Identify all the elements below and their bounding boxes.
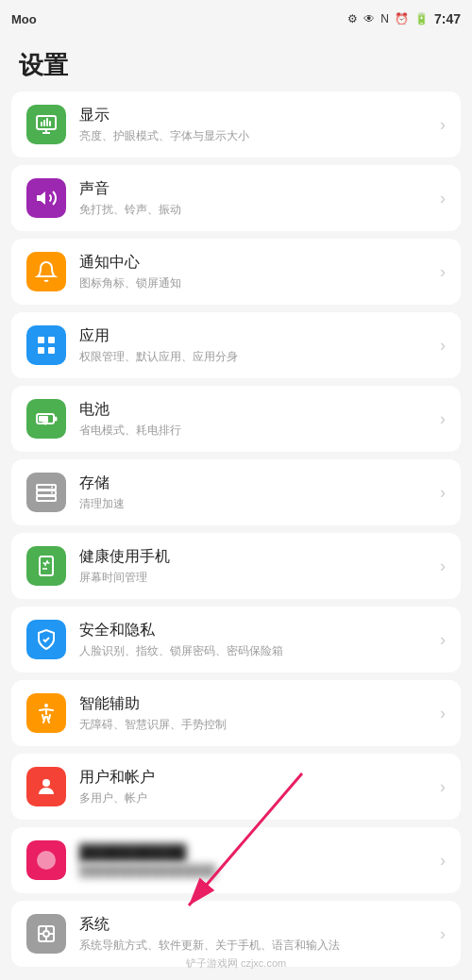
- account-subtitle: 多用户、帐户: [79, 790, 432, 806]
- blurred-icon: [26, 840, 66, 880]
- blurred-chevron: ›: [440, 851, 446, 871]
- settings-item-accessibility[interactable]: 智能辅助无障碍、智慧识屏、手势控制›: [11, 680, 461, 746]
- blurred-subtitle: █████████████████: [79, 864, 432, 877]
- account-title: 用户和帐户: [79, 768, 432, 788]
- apps-subtitle: 权限管理、默认应用、应用分身: [79, 349, 432, 365]
- security-subtitle: 人脸识别、指纹、锁屏密码、密码保险箱: [79, 643, 432, 659]
- page-title: 设置: [19, 49, 453, 82]
- watermark: 铲子游戏网 czjxc.com: [0, 956, 472, 971]
- status-carrier: Moo: [11, 12, 37, 26]
- settings-icon: ⚙: [347, 12, 358, 25]
- settings-item-sound[interactable]: 声音免打扰、铃声、振动›: [11, 165, 461, 231]
- storage-chevron: ›: [440, 483, 446, 503]
- settings-item-display[interactable]: 显示亮度、护眼模式、字体与显示大小›: [11, 91, 461, 158]
- accessibility-icon: [26, 693, 66, 733]
- apps-chevron: ›: [440, 336, 446, 356]
- settings-item-blurred[interactable]: ███████████████████████████›: [11, 827, 461, 893]
- display-subtitle: 亮度、护眼模式、字体与显示大小: [79, 128, 432, 144]
- health-chevron: ›: [440, 556, 446, 576]
- system-chevron: ›: [440, 924, 446, 944]
- notification-title: 通知中心: [79, 253, 432, 273]
- account-icon: [26, 767, 66, 806]
- battery-icon: 🔋: [414, 12, 429, 25]
- blurred-title: ██████████: [79, 844, 432, 861]
- system-icon: [26, 914, 66, 954]
- settings-item-storage[interactable]: 存储清理加速›: [11, 459, 461, 525]
- eye-icon: 👁: [363, 12, 375, 25]
- account-chevron: ›: [440, 777, 446, 797]
- svg-rect-10: [38, 347, 44, 354]
- notification-icon: [26, 252, 66, 291]
- svg-point-26: [43, 931, 49, 937]
- settings-list: 显示亮度、护眼模式、字体与显示大小›声音免打扰、铃声、振动›通知中心图标角标、锁…: [0, 91, 472, 967]
- sound-title: 声音: [79, 179, 432, 199]
- status-bar: Moo ⚙ 👁 N ⏰ 🔋 7:47: [0, 0, 472, 38]
- settings-item-apps[interactable]: 应用权限管理、默认应用、应用分身›: [11, 312, 461, 378]
- accessibility-title: 智能辅助: [79, 694, 432, 714]
- svg-point-18: [51, 487, 53, 489]
- accessibility-subtitle: 无障碍、智慧识屏、手势控制: [79, 717, 432, 733]
- notification-chevron: ›: [440, 262, 446, 282]
- svg-point-24: [37, 851, 56, 870]
- health-icon: [26, 546, 66, 586]
- page-title-bar: 设置: [0, 38, 472, 91]
- storage-title: 存储: [79, 473, 432, 493]
- settings-item-security[interactable]: 安全和隐私人脸识别、指纹、锁屏密码、密码保险箱›: [11, 606, 461, 673]
- security-title: 安全和隐私: [79, 621, 432, 640]
- health-subtitle: 屏幕时间管理: [79, 570, 432, 586]
- battery-icon: [26, 399, 66, 439]
- battery-chevron: ›: [440, 409, 446, 429]
- settings-item-account[interactable]: 用户和帐户多用户、帐户›: [11, 754, 461, 820]
- settings-item-notification[interactable]: 通知中心图标角标、锁屏通知›: [11, 239, 461, 305]
- svg-point-19: [51, 492, 53, 494]
- sound-icon: [26, 178, 66, 218]
- apps-icon: [26, 325, 66, 365]
- sound-subtitle: 免打扰、铃声、振动: [79, 202, 432, 218]
- security-icon: [26, 620, 66, 659]
- status-right: ⚙ 👁 N ⏰ 🔋 7:47: [347, 11, 461, 26]
- battery-title: 电池: [79, 400, 432, 420]
- svg-rect-17: [37, 496, 56, 501]
- notification-subtitle: 图标角标、锁屏通知: [79, 275, 432, 291]
- time-display: 7:47: [434, 11, 461, 26]
- display-chevron: ›: [440, 115, 446, 135]
- display-title: 显示: [79, 106, 432, 125]
- accessibility-chevron: ›: [440, 704, 446, 723]
- svg-rect-20: [40, 556, 53, 575]
- settings-item-health[interactable]: 健康使用手机屏幕时间管理›: [11, 533, 461, 599]
- svg-point-22: [44, 704, 48, 707]
- security-chevron: ›: [440, 630, 446, 650]
- apps-title: 应用: [79, 326, 432, 346]
- settings-item-battery[interactable]: 电池省电模式、耗电排行›: [11, 386, 461, 452]
- system-title: 系统: [79, 915, 432, 935]
- storage-subtitle: 清理加速: [79, 496, 432, 512]
- system-subtitle: 系统导航方式、软件更新、关于手机、语言和输入法: [79, 938, 432, 954]
- svg-point-23: [42, 779, 50, 787]
- health-title: 健康使用手机: [79, 547, 432, 567]
- svg-rect-9: [48, 337, 55, 343]
- svg-rect-11: [48, 347, 55, 354]
- svg-marker-7: [37, 191, 45, 205]
- wifi-icon: N: [380, 12, 389, 25]
- battery-subtitle: 省电模式、耗电排行: [79, 423, 432, 439]
- alarm-icon: ⏰: [395, 12, 409, 25]
- svg-rect-8: [38, 337, 44, 343]
- display-icon: [26, 105, 66, 144]
- storage-icon: [26, 473, 66, 512]
- sound-chevron: ›: [440, 189, 446, 208]
